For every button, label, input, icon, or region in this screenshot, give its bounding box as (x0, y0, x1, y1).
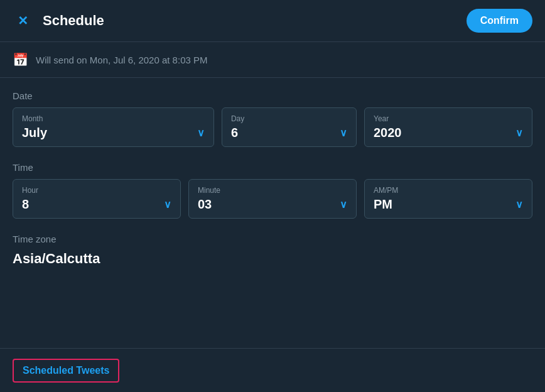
day-dropdown[interactable]: Day 6 ∨ (222, 107, 357, 147)
year-value: 2020 (374, 126, 402, 140)
hour-label: Hour (22, 186, 171, 195)
year-chevron-icon: ∨ (515, 127, 523, 139)
minute-value-row: 03 ∨ (198, 197, 347, 212)
minute-label: Minute (198, 186, 347, 195)
ampm-label: AM/PM (374, 186, 523, 195)
year-label: Year (374, 114, 523, 123)
minute-dropdown[interactable]: Minute 03 ∨ (188, 179, 357, 219)
ampm-dropdown[interactable]: AM/PM PM ∨ (364, 179, 532, 219)
day-chevron-icon: ∨ (340, 127, 347, 139)
timezone-section: Time zone Asia/Calcutta (13, 234, 532, 267)
hour-chevron-icon: ∨ (164, 199, 171, 210)
ampm-value-row: PM ∨ (374, 197, 523, 212)
timezone-value: Asia/Calcutta (13, 251, 532, 267)
day-value-row: 6 ∨ (231, 126, 347, 140)
hour-dropdown[interactable]: Hour 8 ∨ (13, 179, 181, 219)
month-label: Month (22, 114, 205, 123)
year-dropdown[interactable]: Year 2020 ∨ (364, 107, 532, 147)
day-value: 6 (231, 126, 238, 140)
confirm-button[interactable]: Confirm (467, 9, 532, 33)
time-section-label: Time (13, 162, 532, 173)
day-label: Day (231, 114, 347, 123)
month-dropdown[interactable]: Month July ∨ (13, 107, 214, 147)
send-info-bar: 📅 Will send on Mon, Jul 6, 2020 at 8:03 … (0, 42, 545, 78)
ampm-value: PM (374, 197, 392, 212)
header: ✕ Schedule Confirm (0, 0, 545, 42)
main-content: Date Month July ∨ Day 6 ∨ Year 2020 ∨ Ti… (0, 78, 545, 267)
time-dropdowns-row: Hour 8 ∨ Minute 03 ∨ AM/PM PM ∨ (13, 179, 532, 219)
bottom-bar: Scheduled Tweets (0, 348, 545, 392)
scheduled-tweets-button[interactable]: Scheduled Tweets (13, 359, 119, 383)
calendar-icon: 📅 (13, 52, 28, 67)
ampm-chevron-icon: ∨ (515, 199, 523, 210)
month-chevron-icon: ∨ (197, 127, 205, 139)
month-value-row: July ∨ (22, 126, 205, 140)
timezone-label: Time zone (13, 234, 532, 244)
hour-value: 8 (22, 197, 29, 212)
send-info-text: Will send on Mon, Jul 6, 2020 at 8:03 PM (36, 55, 207, 65)
date-dropdowns-row: Month July ∨ Day 6 ∨ Year 2020 ∨ (13, 107, 532, 147)
year-value-row: 2020 ∨ (374, 126, 523, 140)
date-section-label: Date (13, 90, 532, 101)
close-button[interactable]: ✕ (13, 11, 33, 31)
month-value: July (22, 126, 47, 140)
header-left: ✕ Schedule (13, 11, 104, 31)
hour-value-row: 8 ∨ (22, 197, 171, 212)
minute-chevron-icon: ∨ (340, 199, 347, 210)
minute-value: 03 (198, 197, 212, 212)
page-title: Schedule (43, 13, 104, 29)
